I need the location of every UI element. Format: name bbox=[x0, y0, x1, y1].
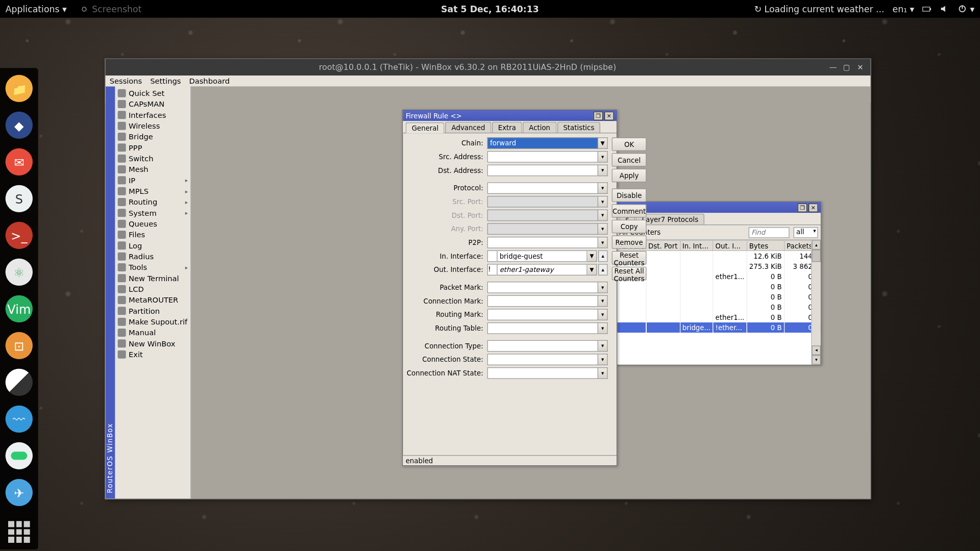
input-dstaddr_v[interactable] bbox=[487, 164, 598, 176]
scroll-down-button[interactable]: ▾ bbox=[812, 355, 821, 365]
tab-statistics[interactable]: Statistics bbox=[557, 122, 600, 133]
ok-button[interactable]: OK bbox=[612, 137, 647, 151]
sidebar-item-new-terminal[interactable]: New Terminal bbox=[115, 273, 190, 284]
col-header[interactable]: Packets bbox=[784, 240, 815, 251]
sidebar-handle[interactable]: RouterOS WinBox bbox=[106, 86, 115, 498]
rule-titlebar[interactable]: Firewall Rule <> ❐ ✕ bbox=[403, 110, 617, 121]
sidebar-item-files[interactable]: Files bbox=[115, 229, 190, 240]
cancel-button[interactable]: Cancel bbox=[612, 153, 647, 167]
close-button[interactable]: ✕ bbox=[854, 62, 866, 72]
input-chain_v[interactable] bbox=[487, 137, 598, 149]
table-row[interactable]: 12.6 KiB144 bbox=[617, 251, 821, 261]
dropdown-constate_v[interactable]: ▾ bbox=[598, 354, 608, 365]
dock-disks[interactable]: ⊡ bbox=[6, 332, 33, 359]
dock-apps-grid[interactable] bbox=[8, 521, 30, 543]
maximize-button[interactable]: ▢ bbox=[841, 62, 853, 72]
col-header[interactable]: Bytes bbox=[747, 240, 784, 251]
clock[interactable]: Sat 5 Dec, 16:40:13 bbox=[441, 4, 539, 14]
sidebar-item-interfaces[interactable]: Interfaces bbox=[115, 110, 190, 120]
dropdown-connat_v[interactable]: ▾ bbox=[598, 367, 608, 379]
sidebar-item-wireless[interactable]: Wireless bbox=[115, 120, 190, 131]
dropdown-outiface_v[interactable]: ▼ bbox=[587, 264, 597, 276]
scroll-up-button[interactable]: ▴ bbox=[812, 240, 821, 250]
col-header[interactable]: In. Int... bbox=[680, 240, 713, 251]
menu-dashboard[interactable]: Dashboard bbox=[189, 77, 230, 86]
sidebar-item-metarouter[interactable]: MetaROUTER bbox=[115, 294, 190, 305]
extra-outiface_v[interactable]: ▴ bbox=[598, 264, 608, 276]
dropdown-conmark_v[interactable]: ▾ bbox=[598, 295, 608, 307]
dropdown-srcport_v[interactable]: ▾ bbox=[598, 195, 608, 207]
sidebar-item-mpls[interactable]: MPLS▸ bbox=[115, 186, 190, 196]
find-input[interactable] bbox=[749, 227, 790, 238]
dropdown-pktmark_v[interactable]: ▾ bbox=[598, 281, 608, 293]
sidebar-item-quick-set[interactable]: Quick Set bbox=[115, 88, 190, 98]
sidebar-item-mesh[interactable]: Mesh bbox=[115, 164, 190, 174]
minimize-button[interactable]: — bbox=[827, 62, 839, 72]
tab-general[interactable]: General bbox=[406, 122, 445, 133]
firewall-list-close-button[interactable]: ✕ bbox=[808, 203, 818, 212]
dropdown-anyport_v[interactable]: ▾ bbox=[598, 223, 608, 235]
input-rttable_v[interactable] bbox=[487, 322, 598, 334]
dropdown-iniface_v[interactable]: ▼ bbox=[587, 250, 597, 262]
table-row[interactable]: 0 B0 bbox=[617, 281, 821, 291]
dock-vim[interactable]: Vim bbox=[6, 295, 33, 322]
remove-button[interactable]: Remove bbox=[612, 235, 647, 249]
table-row[interactable]: ether1...0 B0 bbox=[617, 271, 821, 281]
dropdown-dstport_v[interactable]: ▾ bbox=[598, 209, 608, 221]
sidebar-item-exit[interactable]: Exit bbox=[115, 349, 190, 360]
dock-tweaks[interactable] bbox=[6, 442, 33, 469]
reset-all-counters-button[interactable]: Reset All Counters bbox=[612, 267, 647, 281]
dropdown-rtmark_v[interactable]: ▾ bbox=[598, 309, 608, 320]
rule-restore-button[interactable]: ❐ bbox=[594, 111, 603, 120]
filter-combo[interactable]: all bbox=[794, 227, 818, 238]
extra-iniface_v[interactable]: ▴ bbox=[598, 250, 608, 262]
input-p2p_v[interactable] bbox=[487, 236, 598, 248]
dock-mail[interactable]: ✉ bbox=[6, 148, 33, 176]
dock-contrast[interactable] bbox=[6, 369, 33, 396]
dock-atom[interactable]: ⚛ bbox=[6, 259, 33, 286]
invert-iniface_v[interactable] bbox=[487, 250, 497, 262]
table-row[interactable]: 0 B0 bbox=[617, 291, 821, 302]
tab-extra[interactable]: Extra bbox=[492, 122, 522, 133]
scroll-marker[interactable]: ◂ bbox=[812, 345, 821, 355]
window-titlebar[interactable]: root@10.0.0.1 (TheTik) - WinBox v6.30.2 … bbox=[106, 59, 871, 76]
sidebar-item-ip[interactable]: IP▸ bbox=[115, 175, 190, 186]
input-contype_v[interactable] bbox=[487, 340, 598, 352]
input-connat_v[interactable] bbox=[487, 367, 598, 379]
comment-button[interactable]: Comment bbox=[612, 204, 647, 218]
dropdown-dstaddr_v[interactable]: ▾ bbox=[598, 164, 608, 176]
dropdown-contype_v[interactable]: ▾ bbox=[598, 340, 608, 352]
input-srcaddr_v[interactable] bbox=[487, 151, 598, 162]
disable-button[interactable]: Disable bbox=[612, 188, 647, 202]
tab-action[interactable]: Action bbox=[523, 122, 556, 133]
firewall-list-restore-button[interactable]: ❐ bbox=[798, 203, 807, 212]
col-header[interactable]: Out. I... bbox=[713, 240, 747, 251]
input-pktmark_v[interactable] bbox=[487, 281, 598, 293]
reset-counters-button[interactable]: Reset Counters bbox=[612, 251, 647, 265]
firewall-list-titlebar[interactable]: ❐ ✕ bbox=[617, 202, 821, 213]
firewall-grid[interactable]: rc. PortDst. PortIn. Int...Out. I...Byte… bbox=[617, 240, 821, 365]
input-iniface_v[interactable] bbox=[497, 250, 587, 262]
input-rtmark_v[interactable] bbox=[487, 309, 598, 320]
sidebar-item-bridge[interactable]: Bridge bbox=[115, 131, 190, 142]
battery-icon[interactable] bbox=[922, 4, 932, 14]
menu-sessions[interactable]: Sessions bbox=[110, 77, 142, 86]
keyboard-layout[interactable]: en₁ ▾ bbox=[893, 4, 915, 14]
dock-terminal[interactable]: >_ bbox=[6, 222, 33, 249]
dropdown-proto_v[interactable]: ▾ bbox=[598, 182, 608, 194]
vertical-scrollbar[interactable]: ▴ ◂ ▾ bbox=[811, 240, 821, 365]
rule-close-button[interactable]: ✕ bbox=[604, 111, 614, 120]
dock-slack[interactable]: S bbox=[6, 185, 33, 212]
dropdown-chain_v[interactable]: ▼ bbox=[598, 137, 608, 149]
col-header[interactable]: Dst. Port bbox=[646, 240, 680, 251]
sidebar-item-radius[interactable]: Radius bbox=[115, 251, 190, 262]
sidebar-item-new-winbox[interactable]: New WinBox bbox=[115, 338, 190, 349]
input-proto_v[interactable] bbox=[487, 182, 598, 194]
scroll-thumb[interactable] bbox=[812, 249, 821, 262]
table-row[interactable]: 0 B0 bbox=[617, 302, 821, 312]
dropdown-p2p_v[interactable]: ▾ bbox=[598, 236, 608, 248]
dock-telegram[interactable]: ✈ bbox=[6, 479, 33, 506]
dock-files[interactable]: 📁 bbox=[6, 75, 33, 102]
menu-settings[interactable]: Settings bbox=[150, 77, 181, 86]
sidebar-item-lcd[interactable]: LCD bbox=[115, 284, 190, 294]
